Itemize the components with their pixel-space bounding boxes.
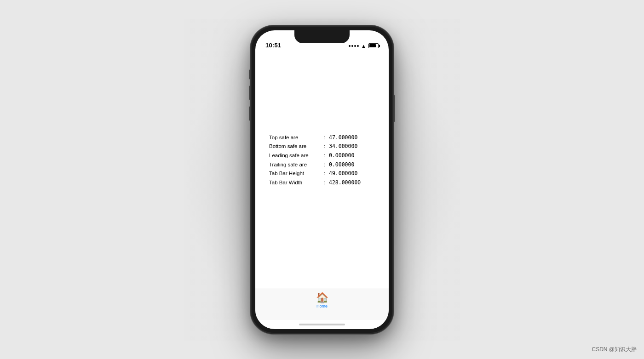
signal-icon xyxy=(349,45,359,47)
status-icons: ▲ xyxy=(349,43,379,49)
info-value: 47.000000 xyxy=(329,133,357,142)
info-value: 428.000000 xyxy=(329,178,361,188)
info-row: Tab Bar Height:49.000000 xyxy=(269,169,361,178)
phone-frame: 10:51 ▲ Top safe are:47.000000Bottom saf… xyxy=(251,26,393,334)
info-separator: : xyxy=(322,169,327,178)
watermark: CSDN @知识大胖 xyxy=(592,346,637,353)
info-separator: : xyxy=(322,151,327,160)
info-label: Bottom safe are xyxy=(269,142,320,151)
status-time: 10:51 xyxy=(265,42,281,49)
tab-home[interactable]: 🏠 Home xyxy=(308,293,336,308)
info-value: 49.000000 xyxy=(329,169,357,178)
info-separator: : xyxy=(322,160,327,170)
info-label: Leading safe are xyxy=(269,151,320,160)
silent-button xyxy=(249,69,251,80)
volume-down-button xyxy=(249,106,251,121)
phone-screen: 10:51 ▲ Top safe are:47.000000Bottom saf… xyxy=(255,30,389,329)
info-row: Bottom safe are:34.000000 xyxy=(269,142,361,151)
info-label: Tab Bar Height xyxy=(269,169,320,178)
info-row: Tab Bar Width:428.000000 xyxy=(269,178,361,188)
tab-bar: 🏠 Home xyxy=(255,289,389,320)
power-button xyxy=(393,95,395,122)
info-separator: : xyxy=(322,133,327,142)
info-row: Leading safe are:0.000000 xyxy=(269,151,361,160)
volume-up-button xyxy=(249,85,251,100)
wifi-icon: ▲ xyxy=(361,43,366,49)
info-table: Top safe are:47.000000Bottom safe are:34… xyxy=(269,133,361,187)
home-bar xyxy=(299,324,345,325)
info-label: Top safe are xyxy=(269,133,320,142)
home-indicator xyxy=(255,320,389,329)
info-separator: : xyxy=(322,178,327,188)
battery-icon xyxy=(368,43,379,48)
notch xyxy=(294,30,350,43)
info-label: Tab Bar Width xyxy=(269,178,320,188)
tab-home-label: Home xyxy=(316,304,328,308)
app-content: Top safe are:47.000000Bottom safe are:34… xyxy=(255,51,389,289)
info-value: 34.000000 xyxy=(329,142,357,151)
info-value: 0.000000 xyxy=(329,151,354,160)
info-value: 0.000000 xyxy=(329,160,354,170)
info-separator: : xyxy=(322,142,327,151)
info-row: Trailing safe are:0.000000 xyxy=(269,160,361,170)
info-row: Top safe are:47.000000 xyxy=(269,133,361,142)
home-icon: 🏠 xyxy=(316,293,328,303)
info-label: Trailing safe are xyxy=(269,160,320,170)
